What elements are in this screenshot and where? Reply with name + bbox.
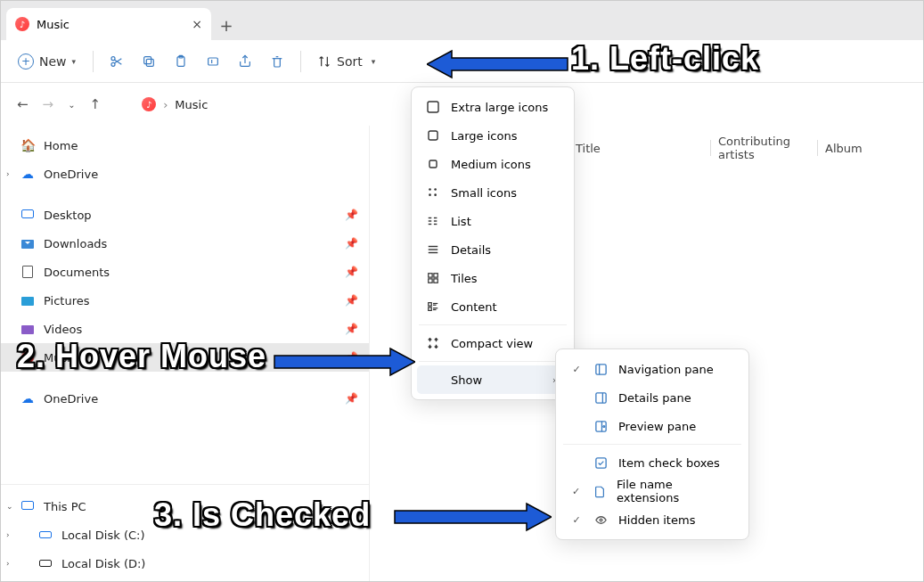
annotation-2: 2. Hover Mouse: [17, 338, 266, 375]
show-submenu: ✓Navigation pane Details pane Preview pa…: [555, 348, 749, 540]
scissors-icon: [110, 54, 124, 69]
back-button[interactable]: ←: [17, 96, 29, 112]
pc-icon: [20, 499, 35, 513]
sidebar-item-onedrive[interactable]: ›☁OneDrive: [1, 160, 369, 188]
svg-marker-42: [427, 51, 568, 78]
music-icon: ♪: [15, 17, 29, 31]
sidebar-label: Local Disk (D:): [61, 557, 145, 570]
paste-button[interactable]: [167, 46, 195, 77]
sidebar-item-documents[interactable]: Documents📌: [1, 258, 369, 286]
sidebar-item-downloads[interactable]: Downloads📌: [1, 229, 369, 258]
tab-music[interactable]: ♪ Music ×: [6, 8, 211, 40]
tab-title: Music: [37, 18, 192, 31]
pin-icon: 📌: [345, 323, 358, 335]
menu-item-content[interactable]: Content: [417, 292, 568, 321]
expand-icon[interactable]: ›: [6, 530, 10, 539]
menu-item-xl-icons[interactable]: Extra large icons: [417, 93, 568, 121]
svg-rect-25: [429, 279, 432, 283]
svg-rect-9: [429, 160, 437, 168]
sidebar-label: Home: [44, 139, 78, 152]
up-button[interactable]: ↑: [90, 96, 102, 112]
column-artists[interactable]: Contributing artists: [710, 140, 817, 156]
arrow-1: [427, 49, 569, 79]
menu-item-list[interactable]: List: [417, 207, 568, 235]
file-icon: [593, 484, 606, 498]
column-album[interactable]: Album: [817, 140, 870, 156]
svg-rect-27: [429, 303, 432, 307]
forward-button[interactable]: →: [43, 96, 54, 112]
svg-rect-7: [428, 102, 438, 112]
drive-icon: [38, 556, 53, 570]
svg-point-41: [600, 519, 602, 521]
expand-icon[interactable]: ›: [6, 169, 10, 178]
sidebar-label: OneDrive: [44, 392, 98, 406]
sidebar-label: Pictures: [44, 294, 89, 307]
sidebar-item-onedrive2[interactable]: ☁OneDrive📌: [1, 384, 369, 413]
plus-circle-icon: +: [18, 53, 34, 70]
menu-item-details-pane[interactable]: Details pane: [561, 383, 743, 412]
documents-icon: [20, 265, 35, 279]
breadcrumb[interactable]: ♪ › Music: [142, 97, 208, 111]
drive-icon: [38, 528, 53, 542]
sidebar-item-pictures[interactable]: Pictures📌: [1, 286, 369, 315]
menu-item-details[interactable]: Details: [417, 235, 568, 264]
sidebar-label: Downloads: [44, 237, 107, 250]
downloads-icon: [20, 236, 35, 250]
sidebar-item-home[interactable]: 🏠Home: [1, 131, 369, 160]
collapse-icon[interactable]: ⌄: [6, 502, 13, 511]
cut-button[interactable]: [102, 46, 131, 77]
annotation-1: 1. Left-click: [571, 40, 759, 78]
menu-item-checkboxes[interactable]: Item check boxes: [561, 448, 743, 477]
pin-icon: 📌: [345, 237, 358, 250]
svg-rect-33: [595, 364, 605, 373]
eye-icon: [593, 512, 608, 527]
menu-item-extensions[interactable]: ✓File name extensions: [561, 477, 743, 505]
svg-point-13: [434, 193, 437, 196]
content-icon: [426, 299, 440, 314]
sort-button[interactable]: Sort ▾: [310, 46, 382, 77]
menu-item-preview-pane[interactable]: Preview pane: [561, 412, 743, 440]
pin-icon: 📌: [345, 392, 358, 405]
delete-button[interactable]: [263, 46, 291, 77]
svg-rect-3: [144, 56, 151, 63]
svg-rect-24: [434, 274, 437, 277]
svg-marker-44: [395, 504, 552, 530]
sort-label: Sort: [337, 54, 363, 69]
pin-icon: 📌: [345, 209, 358, 221]
svg-point-12: [429, 193, 431, 196]
menu-item-lg-icons[interactable]: Large icons: [417, 121, 568, 150]
svg-rect-26: [434, 279, 437, 283]
menu-item-sm-icons[interactable]: Small icons: [417, 178, 568, 207]
recent-dropdown[interactable]: ⌄: [68, 100, 75, 110]
new-button[interactable]: + New ▾: [10, 46, 84, 77]
sidebar-label: Desktop: [44, 209, 92, 222]
clipboard-icon: [174, 54, 188, 69]
expand-icon[interactable]: ›: [6, 559, 10, 568]
details-icon: [426, 242, 440, 257]
sidebar-item-local-d[interactable]: ›Local Disk (D:): [1, 549, 369, 578]
new-tab-button[interactable]: +: [211, 10, 241, 40]
pin-icon: 📌: [345, 266, 358, 278]
menu-item-md-icons[interactable]: Medium icons: [417, 150, 568, 178]
copy-button[interactable]: [135, 46, 163, 77]
check-icon: ✓: [570, 486, 582, 497]
svg-rect-2: [146, 59, 153, 66]
tiles-icon: [426, 271, 440, 285]
sidebar-item-desktop[interactable]: Desktop📌: [1, 201, 369, 229]
menu-item-hidden[interactable]: ✓Hidden items: [561, 505, 743, 534]
svg-rect-30: [429, 307, 432, 311]
cloud-icon: ☁: [20, 167, 35, 181]
tab-close-button[interactable]: ×: [192, 17, 202, 31]
menu-item-show[interactable]: Show›: [417, 365, 568, 394]
rename-button[interactable]: [199, 46, 227, 77]
menu-item-tiles[interactable]: Tiles: [417, 264, 568, 292]
share-button[interactable]: [231, 46, 259, 77]
breadcrumb-sep: ›: [163, 98, 168, 111]
column-title[interactable]: Title: [568, 140, 710, 156]
checkbox-icon: [593, 455, 608, 470]
svg-rect-35: [595, 392, 605, 402]
menu-item-nav-pane[interactable]: ✓Navigation pane: [561, 355, 743, 383]
arrow-3: [393, 502, 552, 532]
sm-icon: [426, 185, 440, 200]
menu-item-compact[interactable]: Compact view: [417, 329, 568, 357]
